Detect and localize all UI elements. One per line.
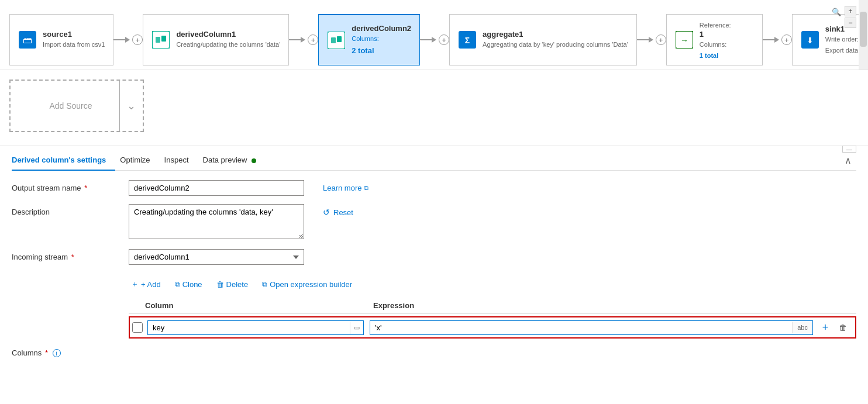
settings-panel: Derived column's settings Optimize Inspe… — [0, 146, 868, 339]
connector-3: + — [420, 34, 449, 45]
column-name-input-wrapper: ▭ — [147, 320, 364, 335]
node-source1-title: source1 — [43, 30, 105, 39]
incoming-stream-select[interactable]: derivedColumn1 — [129, 249, 304, 265]
svg-text:⬇: ⬇ — [807, 36, 814, 45]
reset-label: Reset — [333, 208, 353, 217]
sink-icon: ⬇ — [801, 30, 819, 49]
expression-input[interactable] — [370, 321, 792, 334]
column-row-1: ▭ abc + 🗑 — [129, 316, 856, 339]
delete-btn[interactable]: 🗑 Delete — [214, 279, 251, 290]
node-reference-cols-label: Columns: — [700, 40, 731, 49]
reset-btn[interactable]: ↺ Reset — [323, 208, 353, 217]
settings-tabs: Derived column's settings Optimize Inspe… — [12, 146, 856, 171]
description-label: Description — [12, 204, 129, 216]
tab-inspect[interactable]: Inspect — [164, 151, 198, 170]
reset-icon: ↺ — [323, 208, 330, 217]
pipeline-search-btn[interactable]: 🔍 — [829, 5, 843, 19]
tab-settings-label: Derived column's settings — [12, 156, 106, 164]
tab-data-preview-label: Data preview — [203, 156, 247, 164]
add-label: + Add — [141, 280, 161, 289]
description-textarea[interactable]: Creating/updating the columns 'data, key… — [129, 204, 304, 239]
collapse-panel-btn[interactable]: ∧ — [840, 153, 856, 168]
svg-rect-7 — [337, 36, 342, 42]
zoom-minus-btn[interactable]: − — [845, 18, 856, 28]
header-column: Column — [145, 301, 373, 310]
svg-text:🗃: 🗃 — [23, 35, 32, 45]
output-stream-input[interactable] — [129, 180, 304, 196]
aggregate-icon: Σ — [458, 30, 477, 49]
node-source1-subtitle: Import data from csv1 — [43, 40, 105, 49]
output-stream-label: Output stream name * — [12, 180, 129, 192]
tab-inspect-label: Inspect — [164, 156, 189, 164]
add-source-chevron-icon: ⌄ — [127, 99, 136, 112]
conn-arrow-2 — [301, 37, 305, 43]
conn-plus-4[interactable]: + — [656, 34, 666, 45]
pipeline-scrollbar[interactable] — [859, 0, 868, 70]
connector-1: + — [113, 34, 143, 45]
pipeline-container: 🗃 source1 Import data from csv1 + — [0, 5, 868, 70]
columns-table-area: Column Expression ▭ abc — [12, 299, 856, 339]
node-derivedcolumn2-title: derivedColumn2 — [352, 24, 411, 33]
tab-settings[interactable]: Derived column's settings — [12, 151, 115, 170]
expression-input-wrapper: abc — [370, 320, 813, 335]
derived1-icon — [151, 30, 170, 49]
delete-icon: 🗑 — [216, 280, 224, 289]
output-stream-name-label-text: Output stream name — [12, 184, 81, 192]
data-preview-dot — [252, 158, 256, 163]
node-derivedcolumn2[interactable]: derivedColumn2 Columns: 2 total — [318, 14, 420, 65]
incoming-stream-label-text: Incoming stream — [12, 253, 68, 261]
header-expression: Expression — [373, 301, 856, 310]
node-source1-info: source1 Import data from csv1 — [43, 30, 105, 49]
node-reference-cols-value: 1 total — [700, 51, 731, 60]
add-source-arrow-btn[interactable]: ⌄ — [119, 81, 143, 131]
row1-add-btn[interactable]: + — [818, 320, 833, 335]
delete-label: Delete — [226, 280, 249, 289]
node-derivedcolumn2-info: derivedColumn2 Columns: 2 total — [352, 24, 411, 56]
output-stream-required: * — [84, 184, 87, 192]
conn-plus-1[interactable]: + — [132, 34, 143, 45]
clone-label: Clone — [182, 280, 202, 289]
clone-icon: ⧉ — [175, 280, 180, 288]
zoom-plus-btn[interactable]: + — [845, 6, 856, 16]
add-column-btn[interactable]: ＋ + Add — [129, 278, 163, 291]
svg-rect-4 — [161, 36, 166, 42]
derived2-icon — [327, 31, 346, 50]
svg-text:→: → — [680, 36, 688, 45]
conn-line-3 — [420, 39, 432, 40]
source-icon: 🗃 — [18, 30, 37, 49]
add-source-box[interactable]: Add Source ⌄ — [9, 80, 144, 132]
svg-text:Σ: Σ — [465, 36, 470, 45]
columns-row: ＋ + Add ⧉ Clone 🗑 Delete ⧉ Open expressi… — [12, 273, 856, 339]
tab-optimize-label: Optimize — [120, 156, 150, 164]
node-reference[interactable]: → Reference: 1 Columns: 1 total — [666, 14, 763, 65]
node-source1[interactable]: 🗃 source1 Import data from csv1 — [9, 14, 113, 65]
scrollbar-thumb — [860, 12, 867, 47]
expression-builder-btn[interactable]: ⧉ Open expression builder — [260, 279, 354, 290]
settings-form: Output stream name * Learn more ⧉ Descri… — [12, 171, 856, 339]
incoming-required: * — [71, 253, 74, 261]
learn-more-label: Learn more — [323, 184, 361, 192]
resize-icon: ⤡ — [298, 233, 303, 240]
node-aggregate1[interactable]: Σ aggregate1 Aggregating data by 'key' p… — [449, 14, 637, 65]
conn-plus-2[interactable]: + — [308, 34, 318, 45]
row1-checkbox[interactable] — [132, 322, 143, 333]
conn-plus-3[interactable]: + — [439, 34, 449, 45]
columns-toolbar: ＋ + Add ⧉ Clone 🗑 Delete ⧉ Open expressi… — [129, 278, 354, 291]
node-reference-label: Reference: — [700, 21, 731, 30]
tab-optimize[interactable]: Optimize — [120, 151, 159, 170]
collapse-canvas-btn[interactable]: — — [842, 146, 856, 153]
column-name-input[interactable] — [148, 321, 350, 334]
node-derivedcolumn1[interactable]: derivedColumn1 Creating/updating the col… — [143, 14, 289, 65]
svg-rect-2 — [152, 31, 170, 49]
add-icon: ＋ — [131, 279, 139, 289]
svg-rect-3 — [156, 37, 160, 43]
clone-btn[interactable]: ⧉ Clone — [173, 279, 205, 290]
conn-plus-5[interactable]: + — [781, 34, 792, 45]
node-derivedcolumn1-info: derivedColumn1 Creating/updating the col… — [176, 30, 280, 49]
conn-line-2 — [289, 39, 301, 40]
row1-delete-btn[interactable]: 🗑 — [835, 320, 850, 335]
reference-icon: → — [675, 30, 694, 49]
node-sink1[interactable]: ⬇ sink1 Write order: 1 Export data to Js… — [792, 14, 868, 65]
tab-data-preview[interactable]: Data preview — [203, 151, 266, 170]
learn-more-link[interactable]: Learn more ⧉ — [323, 184, 368, 192]
